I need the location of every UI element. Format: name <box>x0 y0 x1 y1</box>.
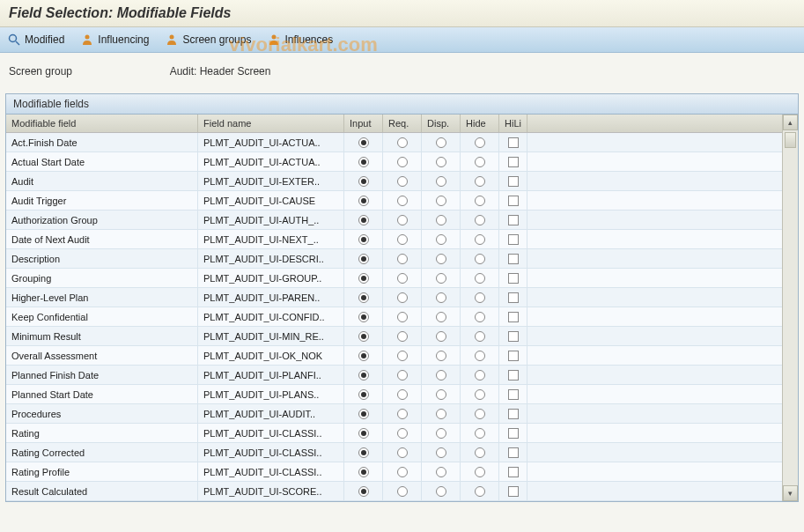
hili-checkbox[interactable] <box>508 486 519 497</box>
hide-radio[interactable] <box>475 273 485 284</box>
input-radio[interactable] <box>358 370 369 381</box>
cell-disp[interactable] <box>422 366 461 384</box>
cell-hide[interactable] <box>461 249 499 268</box>
cell-hili[interactable] <box>499 443 527 462</box>
cell-hili[interactable] <box>499 288 527 307</box>
cell-req[interactable] <box>383 288 422 307</box>
req-radio[interactable] <box>397 486 408 497</box>
hili-checkbox[interactable] <box>508 292 519 303</box>
input-radio[interactable] <box>358 409 369 419</box>
hide-radio[interactable] <box>475 292 485 303</box>
vertical-scrollbar[interactable]: ▴ ▾ <box>782 115 798 501</box>
col-header-name[interactable]: Field name <box>198 115 344 132</box>
input-radio[interactable] <box>358 215 369 225</box>
cell-hide[interactable] <box>461 404 499 423</box>
cell-input[interactable] <box>344 133 383 151</box>
screen-groups-button[interactable]: Screen groups <box>165 33 251 47</box>
cell-hide[interactable] <box>461 462 499 481</box>
hide-radio[interactable] <box>475 331 485 342</box>
req-radio[interactable] <box>397 137 408 148</box>
input-radio[interactable] <box>358 196 369 206</box>
req-radio[interactable] <box>397 312 408 322</box>
req-radio[interactable] <box>397 331 408 342</box>
cell-hili[interactable] <box>499 366 527 384</box>
cell-req[interactable] <box>383 482 422 500</box>
cell-input[interactable] <box>344 249 383 268</box>
cell-input[interactable] <box>344 269 383 287</box>
disp-radio[interactable] <box>436 486 446 497</box>
cell-disp[interactable] <box>422 307 461 326</box>
input-radio[interactable] <box>358 389 369 400</box>
cell-hide[interactable] <box>461 443 499 462</box>
hide-radio[interactable] <box>475 467 485 477</box>
hili-checkbox[interactable] <box>508 137 519 148</box>
col-header-req[interactable]: Req. <box>383 115 422 132</box>
disp-radio[interactable] <box>436 370 446 381</box>
cell-hide[interactable] <box>461 327 499 345</box>
cell-req[interactable] <box>383 366 422 384</box>
req-radio[interactable] <box>397 254 408 264</box>
disp-radio[interactable] <box>436 292 446 303</box>
scroll-down-button[interactable]: ▾ <box>783 485 798 501</box>
disp-radio[interactable] <box>436 176 446 187</box>
disp-radio[interactable] <box>436 467 446 477</box>
modified-button[interactable]: Modified <box>7 33 64 47</box>
req-radio[interactable] <box>397 370 408 381</box>
cell-hili[interactable] <box>499 462 527 481</box>
cell-hili[interactable] <box>499 482 527 500</box>
cell-req[interactable] <box>383 327 422 345</box>
req-radio[interactable] <box>397 215 408 225</box>
cell-disp[interactable] <box>422 172 461 190</box>
hide-radio[interactable] <box>475 447 485 458</box>
input-radio[interactable] <box>358 176 369 187</box>
input-radio[interactable] <box>358 467 369 477</box>
disp-radio[interactable] <box>436 196 446 206</box>
cell-hili[interactable] <box>499 385 527 403</box>
disp-radio[interactable] <box>436 389 446 400</box>
cell-hide[interactable] <box>461 211 499 229</box>
cell-input[interactable] <box>344 288 383 307</box>
col-header-field[interactable]: Modifiable field <box>6 115 198 132</box>
req-radio[interactable] <box>397 157 408 167</box>
col-header-hide[interactable]: Hide <box>461 115 499 132</box>
cell-hide[interactable] <box>461 288 499 307</box>
cell-req[interactable] <box>383 211 422 229</box>
col-header-disp[interactable]: Disp. <box>422 115 461 132</box>
hili-checkbox[interactable] <box>508 312 519 322</box>
cell-hili[interactable] <box>499 404 527 423</box>
hili-checkbox[interactable] <box>508 447 519 458</box>
cell-req[interactable] <box>383 424 422 442</box>
disp-radio[interactable] <box>436 331 446 342</box>
input-radio[interactable] <box>358 137 369 148</box>
req-radio[interactable] <box>397 351 408 361</box>
req-radio[interactable] <box>397 292 408 303</box>
cell-hili[interactable] <box>499 327 527 345</box>
req-radio[interactable] <box>397 409 408 419</box>
influencing-button[interactable]: Influencing <box>80 33 149 47</box>
disp-radio[interactable] <box>436 447 446 458</box>
cell-hide[interactable] <box>461 366 499 384</box>
hili-checkbox[interactable] <box>508 196 519 206</box>
cell-disp[interactable] <box>422 211 461 229</box>
cell-req[interactable] <box>383 443 422 462</box>
cell-hide[interactable] <box>461 385 499 403</box>
cell-disp[interactable] <box>422 269 461 287</box>
hili-checkbox[interactable] <box>508 467 519 477</box>
col-header-hili[interactable]: HiLi <box>499 115 527 132</box>
disp-radio[interactable] <box>436 215 446 225</box>
influences-button[interactable]: Influences <box>267 33 333 47</box>
input-radio[interactable] <box>358 254 369 264</box>
hili-checkbox[interactable] <box>508 254 519 264</box>
cell-input[interactable] <box>344 462 383 481</box>
cell-req[interactable] <box>383 462 422 481</box>
hide-radio[interactable] <box>475 215 485 225</box>
cell-req[interactable] <box>383 172 422 190</box>
input-radio[interactable] <box>358 234 369 245</box>
cell-disp[interactable] <box>422 404 461 423</box>
cell-input[interactable] <box>344 366 383 384</box>
cell-disp[interactable] <box>422 327 461 345</box>
req-radio[interactable] <box>397 176 408 187</box>
hili-checkbox[interactable] <box>508 215 519 225</box>
cell-disp[interactable] <box>422 249 461 268</box>
cell-input[interactable] <box>344 482 383 500</box>
